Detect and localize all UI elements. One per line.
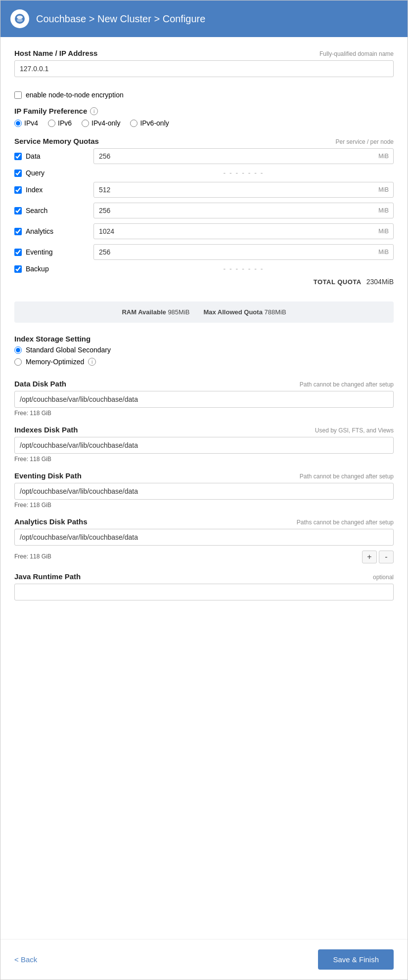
- quota-unit-index: MiB: [378, 186, 389, 193]
- form-content: Host Name / IP Address Fully-qualified d…: [0, 37, 408, 939]
- analytics-disk-input[interactable]: [14, 529, 394, 546]
- analytics-disk-header: Analytics Disk Paths Paths cannot be cha…: [14, 517, 394, 526]
- node-encryption-row: enable node-to-node encryption: [14, 91, 394, 99]
- analytics-remove-path-button[interactable]: -: [379, 551, 394, 563]
- quota-input-wrap-index: MiB: [93, 182, 394, 198]
- quota-input-eventing[interactable]: [93, 244, 394, 260]
- quota-check-data[interactable]: [14, 153, 22, 160]
- eventing-disk-hint: Path cannot be changed after setup: [300, 473, 394, 480]
- java-runtime-header: Java Runtime Path optional: [14, 572, 394, 581]
- header-title: Couchbase > New Cluster > Configure: [36, 13, 205, 25]
- quota-input-search[interactable]: [93, 203, 394, 218]
- ram-available: RAM Available 985MiB: [122, 308, 189, 316]
- total-quota-row: TOTAL QUOTA 2304MiB: [14, 278, 394, 286]
- total-quota-label: TOTAL QUOTA: [314, 278, 362, 286]
- service-quotas-hint: Per service / per node: [336, 138, 394, 145]
- analytics-path-buttons: + -: [362, 551, 394, 563]
- ip-family-option-ipv6-only[interactable]: IPv6-only: [130, 119, 169, 127]
- main-window: Couchbase > New Cluster > Configure Host…: [0, 0, 408, 980]
- quota-input-wrap-eventing: MiB: [93, 244, 394, 260]
- analytics-add-path-button[interactable]: +: [362, 551, 377, 563]
- quota-input-index[interactable]: [93, 182, 394, 198]
- index-storage-option-memory[interactable]: Memory-Optimized i: [14, 358, 394, 366]
- eventing-disk-input[interactable]: [14, 483, 394, 500]
- host-hint: Fully-qualified domain name: [319, 50, 394, 57]
- indexes-disk-section: Indexes Disk Path Used by GSI, FTS, and …: [14, 426, 394, 463]
- quota-label-eventing: Eventing: [26, 248, 52, 256]
- index-storage-header: Index Storage Setting: [14, 335, 394, 343]
- quota-input-wrap-search: MiB: [93, 203, 394, 218]
- ip-family-label-row: IP Family Preference i: [14, 107, 394, 115]
- quota-row-data: Data MiB: [14, 148, 394, 164]
- quota-row-eventing: Eventing MiB: [14, 244, 394, 260]
- ip-family-section: IP Family Preference i IPv4 IPv6 IPv4-on…: [14, 107, 394, 127]
- quota-check-query[interactable]: [14, 170, 22, 177]
- data-disk-hint: Path cannot be changed after setup: [300, 381, 394, 388]
- ip-family-label: IP Family Preference: [14, 107, 87, 115]
- eventing-disk-label: Eventing Disk Path: [14, 471, 82, 480]
- index-storage-memory-label: Memory-Optimized: [26, 358, 84, 366]
- service-quotas-header: Service Memory Quotas Per service / per …: [14, 137, 394, 145]
- eventing-disk-free: Free: 118 GiB: [14, 502, 394, 509]
- index-storage-section: Index Storage Setting Standard Global Se…: [14, 335, 394, 370]
- quota-label-search: Search: [26, 207, 47, 214]
- index-storage-label: Index Storage Setting: [14, 335, 91, 343]
- quota-input-wrap-analytics: MiB: [93, 223, 394, 239]
- ip-family-option-ipv4[interactable]: IPv4: [14, 119, 38, 127]
- service-quotas-label: Service Memory Quotas: [14, 137, 99, 145]
- quota-check-index[interactable]: [14, 186, 22, 194]
- memory-optimized-info-icon[interactable]: i: [88, 358, 96, 366]
- host-section: Host Name / IP Address Fully-qualified d…: [14, 49, 394, 77]
- quota-label-index: Index: [26, 186, 43, 194]
- analytics-disk-label: Analytics Disk Paths: [14, 517, 88, 526]
- quota-label-analytics: Analytics: [26, 227, 53, 235]
- index-storage-standard-label: Standard Global Secondary: [26, 346, 111, 354]
- ip-family-option-ipv6[interactable]: IPv6: [48, 119, 72, 127]
- svg-point-2: [17, 19, 23, 22]
- quota-row-index: Index MiB: [14, 182, 394, 198]
- ip-family-radio-group: IPv4 IPv6 IPv4-only IPv6-only: [14, 119, 394, 127]
- back-link[interactable]: < Back: [14, 955, 37, 964]
- indexes-disk-header: Indexes Disk Path Used by GSI, FTS, and …: [14, 426, 394, 434]
- analytics-disk-hint: Paths cannot be changed after setup: [297, 519, 394, 526]
- java-runtime-hint: optional: [373, 574, 394, 581]
- analytics-disk-free: Free: 118 GiB: [14, 553, 51, 560]
- quota-dashes-query: - - - - - - -: [93, 169, 394, 177]
- index-storage-option-standard[interactable]: Standard Global Secondary: [14, 346, 394, 354]
- svg-point-1: [17, 16, 23, 19]
- data-disk-label: Data Disk Path: [14, 380, 66, 388]
- quota-input-analytics[interactable]: [93, 223, 394, 239]
- ip-family-info-icon[interactable]: i: [90, 107, 98, 115]
- host-label: Host Name / IP Address: [14, 49, 97, 57]
- indexes-disk-label: Indexes Disk Path: [14, 426, 78, 434]
- indexes-disk-input[interactable]: [14, 437, 394, 454]
- quota-label-query: Query: [26, 169, 45, 177]
- data-disk-input[interactable]: [14, 391, 394, 408]
- save-finish-button[interactable]: Save & Finish: [318, 949, 394, 970]
- ram-max-quota: Max Allowed Quota 788MiB: [203, 308, 286, 316]
- quota-check-eventing[interactable]: [14, 249, 22, 256]
- java-runtime-input[interactable]: [14, 584, 394, 600]
- header-bar: Couchbase > New Cluster > Configure: [0, 0, 408, 37]
- quota-row-analytics: Analytics MiB: [14, 223, 394, 239]
- quota-input-wrap-data: MiB: [93, 148, 394, 164]
- ip-family-option-ipv4-only[interactable]: IPv4-only: [82, 119, 120, 127]
- quota-check-analytics[interactable]: [14, 228, 22, 235]
- quota-label-backup: Backup: [26, 265, 49, 273]
- node-encryption-label: enable node-to-node encryption: [26, 91, 124, 99]
- quota-dashes-backup: - - - - - - -: [93, 265, 394, 273]
- footer: < Back Save & Finish: [0, 939, 408, 980]
- host-input[interactable]: [14, 60, 394, 77]
- service-quotas-section: Service Memory Quotas Per service / per …: [14, 137, 394, 292]
- couchbase-logo-icon: [10, 9, 29, 28]
- quota-row-query: Query - - - - - - -: [14, 169, 394, 177]
- indexes-disk-free: Free: 118 GiB: [14, 456, 394, 463]
- quota-input-data[interactable]: [93, 148, 394, 164]
- eventing-disk-header: Eventing Disk Path Path cannot be change…: [14, 471, 394, 480]
- quota-unit-analytics: MiB: [378, 228, 389, 235]
- quota-check-backup[interactable]: [14, 265, 22, 273]
- analytics-disk-section: Analytics Disk Paths Paths cannot be cha…: [14, 517, 394, 563]
- node-encryption-checkbox[interactable]: [14, 91, 22, 99]
- data-disk-section: Data Disk Path Path cannot be changed af…: [14, 380, 394, 417]
- quota-check-search[interactable]: [14, 207, 22, 214]
